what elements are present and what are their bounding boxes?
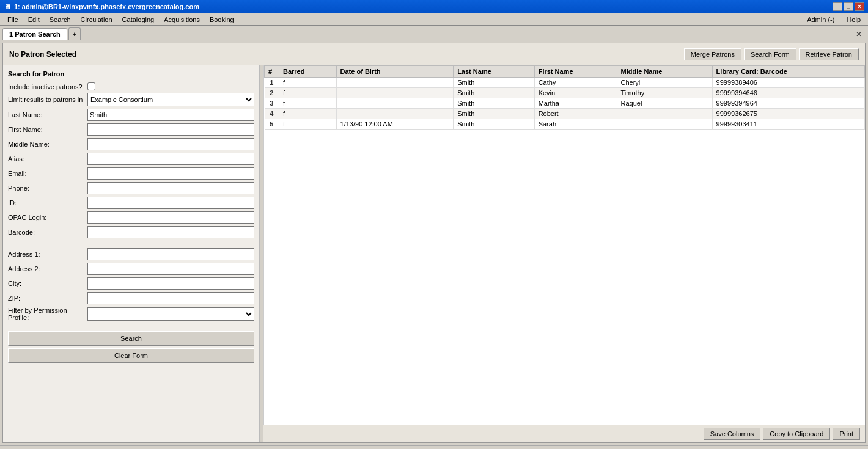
merge-patrons-button[interactable]: Merge Patrons	[684, 48, 741, 60]
row-cell: Robert	[534, 109, 617, 119]
row-cell: Cheryl	[617, 78, 712, 88]
menu-file[interactable]: File	[2, 15, 23, 24]
table-row[interactable]: 1fSmithCathyCheryl99999389406	[265, 78, 865, 88]
email-input[interactable]	[87, 167, 254, 180]
content-area: Search for Patron Include inactive patro…	[3, 65, 865, 442]
barcode-input[interactable]	[87, 226, 254, 238]
row-cell	[336, 78, 454, 88]
last-name-input[interactable]	[87, 109, 254, 121]
menu-bar: File Edit Search Circulation Cataloging …	[0, 13, 868, 26]
results-panel: # Barred Date of Birth Last Name First N…	[263, 65, 865, 442]
row-number: 3	[265, 98, 279, 109]
first-name-row: First Name:	[8, 123, 254, 136]
menu-cataloging[interactable]: Cataloging	[117, 15, 160, 24]
row-cell: Smith	[454, 78, 535, 88]
print-button[interactable]: Print	[833, 428, 860, 440]
row-cell: 99999394964	[712, 98, 864, 109]
col-middle-name[interactable]: Middle Name	[617, 66, 712, 78]
row-cell	[336, 88, 454, 98]
middle-name-input[interactable]	[87, 138, 254, 150]
row-cell: f	[279, 88, 337, 98]
city-label: City:	[8, 280, 87, 287]
address1-row: Address 1:	[8, 248, 254, 260]
phone-input[interactable]	[87, 182, 254, 194]
col-barred[interactable]: Barred	[279, 66, 337, 78]
maximize-button[interactable]: □	[844, 2, 853, 11]
title-bar: 🖥 1: admin@BR1-winxpvmfx.phasefx.evergre…	[0, 0, 868, 13]
tab-close-button[interactable]: ✕	[852, 29, 866, 40]
minimize-button[interactable]: _	[833, 2, 842, 11]
address2-input[interactable]	[87, 263, 254, 275]
limit-patrons-select[interactable]: Example Consortium Branch 1 Branch 2	[87, 93, 254, 106]
row-cell: Smith	[454, 98, 535, 109]
close-window-button[interactable]: ✕	[855, 2, 864, 11]
copy-clipboard-button[interactable]: Copy to Clipboard	[763, 428, 830, 440]
barcode-label: Barcode:	[8, 228, 87, 236]
menu-circulation[interactable]: Circulation	[76, 15, 117, 24]
row-cell: Sarah	[534, 119, 617, 130]
table-row[interactable]: 3fSmithMarthaRaquel99999394964	[265, 98, 865, 109]
first-name-input[interactable]	[87, 123, 254, 136]
app-icon: 🖥	[4, 3, 10, 10]
status-bar	[0, 445, 868, 449]
tab-add-button[interactable]: +	[68, 27, 81, 40]
col-num[interactable]: #	[265, 66, 279, 78]
table-row[interactable]: 5f1/13/90 12:00 AMSmithSarah99999303411	[265, 119, 865, 130]
phone-label: Phone:	[8, 184, 87, 192]
table-row[interactable]: 4fSmithRobert99999362675	[265, 109, 865, 119]
zip-input[interactable]	[87, 292, 254, 304]
menu-help[interactable]: Help	[842, 15, 866, 24]
table-header-row: # Barred Date of Birth Last Name First N…	[265, 66, 865, 78]
id-input[interactable]	[87, 197, 254, 209]
menu-search[interactable]: Search	[45, 15, 76, 24]
search-form-button[interactable]: Search Form	[744, 48, 796, 60]
row-cell: f	[279, 109, 337, 119]
row-cell: Timothy	[617, 88, 712, 98]
row-cell: Raquel	[617, 98, 712, 109]
col-last-name[interactable]: Last Name	[454, 66, 535, 78]
save-columns-button[interactable]: Save Columns	[704, 428, 761, 440]
row-cell: 99999389406	[712, 78, 864, 88]
patron-status: No Patron Selected	[9, 50, 76, 59]
title-bar-title: 1: admin@BR1-winxpvmfx.phasefx.evergreen…	[14, 3, 199, 10]
first-name-label: First Name:	[8, 126, 87, 133]
menu-right: Admin (-) Help	[802, 15, 866, 24]
inactive-patrons-checkbox[interactable]	[87, 82, 95, 90]
results-table-container: # Barred Date of Birth Last Name First N…	[263, 65, 865, 425]
city-input[interactable]	[87, 277, 254, 290]
search-button[interactable]: Search	[8, 331, 254, 346]
row-cell	[617, 109, 712, 119]
zip-label: ZIP:	[8, 294, 87, 302]
table-row[interactable]: 2fSmithKevinTimothy99999394646	[265, 88, 865, 98]
menu-admin[interactable]: Admin (-)	[802, 15, 839, 24]
row-cell: 99999303411	[712, 119, 864, 130]
menu-acquisitions[interactable]: Acquisitions	[159, 15, 205, 24]
menu-edit[interactable]: Edit	[23, 15, 45, 24]
col-dob[interactable]: Date of Birth	[336, 66, 454, 78]
opac-login-row: OPAC Login:	[8, 211, 254, 224]
menu-booking[interactable]: Booking	[205, 15, 239, 24]
row-number: 5	[265, 119, 279, 130]
address1-input[interactable]	[87, 248, 254, 260]
row-cell: 99999394646	[712, 88, 864, 98]
opac-login-input[interactable]	[87, 211, 254, 224]
row-number: 1	[265, 78, 279, 88]
row-cell: f	[279, 119, 337, 130]
email-row: Email:	[8, 167, 254, 180]
row-number: 4	[265, 109, 279, 119]
permission-profile-select[interactable]	[87, 307, 254, 321]
city-row: City:	[8, 277, 254, 290]
row-cell: Smith	[454, 109, 535, 119]
limit-patrons-row: Limit results to patrons in Example Cons…	[8, 93, 254, 106]
alias-input[interactable]	[87, 153, 254, 165]
tab-patron-search[interactable]: 1 Patron Search	[2, 28, 67, 40]
search-panel: Search for Patron Include inactive patro…	[3, 65, 260, 442]
retrieve-patron-button[interactable]: Retrieve Patron	[799, 48, 859, 60]
row-cell: Smith	[454, 88, 535, 98]
clear-form-button[interactable]: Clear Form	[8, 348, 254, 363]
inactive-patrons-label: Include inactive patrons?	[8, 83, 87, 90]
alias-label: Alias:	[8, 155, 87, 162]
col-first-name[interactable]: First Name	[534, 66, 617, 78]
col-barcode[interactable]: Library Card: Barcode	[712, 66, 864, 78]
row-cell: f	[279, 98, 337, 109]
